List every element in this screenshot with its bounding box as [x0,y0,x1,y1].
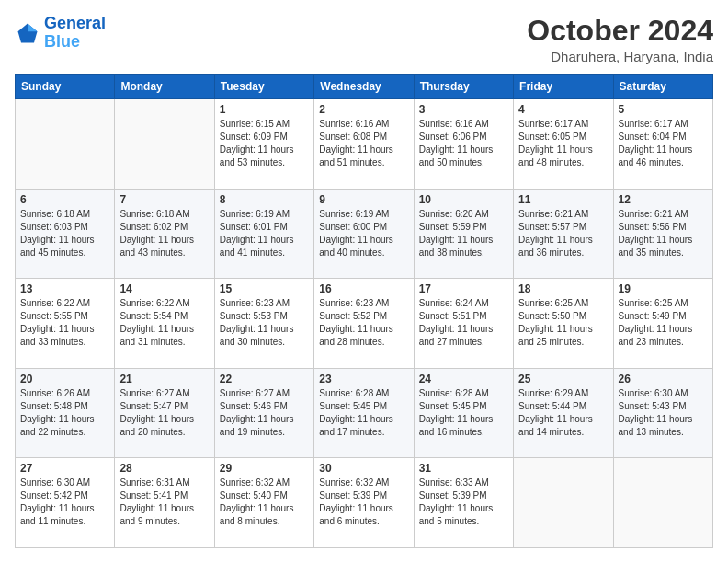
location: Dharuhera, Haryana, India [527,49,713,64]
cell-text: Sunrise: 6:21 AM Sunset: 5:56 PM Dayligh… [619,208,708,259]
day-number: 3 [419,103,508,116]
day-number: 29 [220,462,309,475]
table-cell: 17Sunrise: 6:24 AM Sunset: 5:51 PM Dayli… [414,279,513,369]
table-cell: 18Sunrise: 6:25 AM Sunset: 5:50 PM Dayli… [514,279,613,369]
header-thursday: Thursday [414,75,513,99]
day-number: 11 [518,193,608,206]
calendar-header-row: Sunday Monday Tuesday Wednesday Thursday… [16,75,713,99]
table-cell: 19Sunrise: 6:25 AM Sunset: 5:49 PM Dayli… [613,279,712,369]
day-number: 31 [419,462,508,475]
header-saturday: Saturday [613,75,712,99]
table-cell: 21Sunrise: 6:27 AM Sunset: 5:47 PM Dayli… [115,368,214,458]
table-cell [115,99,214,190]
day-number: 2 [319,103,408,116]
cell-text: Sunrise: 6:15 AM Sunset: 6:09 PM Dayligh… [220,118,309,169]
day-number: 27 [20,462,109,475]
cell-text: Sunrise: 6:16 AM Sunset: 6:06 PM Dayligh… [419,118,508,169]
day-number: 24 [419,373,508,385]
day-number: 4 [518,103,608,116]
table-cell: 7Sunrise: 6:18 AM Sunset: 6:02 PM Daylig… [115,189,214,279]
table-cell: 20Sunrise: 6:26 AM Sunset: 5:48 PM Dayli… [16,368,115,458]
month-title: October 2024 [527,15,713,47]
cell-text: Sunrise: 6:22 AM Sunset: 5:55 PM Dayligh… [20,297,109,349]
cell-text: Sunrise: 6:17 AM Sunset: 6:04 PM Dayligh… [619,118,708,169]
week-row-4: 27Sunrise: 6:30 AM Sunset: 5:42 PM Dayli… [16,458,713,548]
cell-text: Sunrise: 6:26 AM Sunset: 5:48 PM Dayligh… [20,387,109,439]
table-cell: 16Sunrise: 6:23 AM Sunset: 5:52 PM Dayli… [314,279,414,369]
cell-text: Sunrise: 6:28 AM Sunset: 5:45 PM Dayligh… [419,387,508,439]
table-cell: 1Sunrise: 6:15 AM Sunset: 6:09 PM Daylig… [214,99,313,190]
day-number: 22 [220,373,309,385]
day-number: 20 [20,373,109,385]
cell-text: Sunrise: 6:18 AM Sunset: 6:03 PM Dayligh… [20,208,109,259]
week-row-0: 1Sunrise: 6:15 AM Sunset: 6:09 PM Daylig… [16,99,713,190]
day-number: 15 [220,282,309,295]
table-cell: 31Sunrise: 6:33 AM Sunset: 5:39 PM Dayli… [414,458,513,548]
page: General Blue October 2024 Dharuhera, Har… [0,0,728,563]
table-cell: 25Sunrise: 6:29 AM Sunset: 5:44 PM Dayli… [514,368,613,458]
cell-text: Sunrise: 6:25 AM Sunset: 5:50 PM Dayligh… [518,297,608,349]
table-cell: 14Sunrise: 6:22 AM Sunset: 5:54 PM Dayli… [115,279,214,369]
cell-text: Sunrise: 6:20 AM Sunset: 5:59 PM Dayligh… [419,208,508,259]
day-number: 23 [319,373,408,385]
week-row-2: 13Sunrise: 6:22 AM Sunset: 5:55 PM Dayli… [16,279,713,369]
header-monday: Monday [115,75,214,99]
cell-text: Sunrise: 6:18 AM Sunset: 6:02 PM Dayligh… [119,208,209,259]
cell-text: Sunrise: 6:30 AM Sunset: 5:42 PM Dayligh… [20,477,109,528]
table-cell: 13Sunrise: 6:22 AM Sunset: 5:55 PM Dayli… [16,279,115,369]
table-cell: 12Sunrise: 6:21 AM Sunset: 5:56 PM Dayli… [613,189,712,279]
table-cell: 28Sunrise: 6:31 AM Sunset: 5:41 PM Dayli… [115,458,214,548]
cell-text: Sunrise: 6:33 AM Sunset: 5:39 PM Dayligh… [419,477,508,528]
svg-marker-1 [28,23,38,31]
calendar: Sunday Monday Tuesday Wednesday Thursday… [15,74,713,548]
table-cell: 5Sunrise: 6:17 AM Sunset: 6:04 PM Daylig… [613,99,712,190]
day-number: 12 [619,193,708,206]
header-tuesday: Tuesday [214,75,313,99]
day-number: 13 [20,282,109,295]
table-cell: 4Sunrise: 6:17 AM Sunset: 6:05 PM Daylig… [514,99,613,190]
title-block: October 2024 Dharuhera, Haryana, India [527,15,713,64]
day-number: 5 [619,103,708,116]
table-cell: 27Sunrise: 6:30 AM Sunset: 5:42 PM Dayli… [16,458,115,548]
cell-text: Sunrise: 6:32 AM Sunset: 5:39 PM Dayligh… [319,477,408,528]
day-number: 28 [119,462,209,475]
table-cell [613,458,712,548]
table-cell: 3Sunrise: 6:16 AM Sunset: 6:06 PM Daylig… [414,99,513,190]
cell-text: Sunrise: 6:17 AM Sunset: 6:05 PM Dayligh… [518,118,608,169]
table-cell: 8Sunrise: 6:19 AM Sunset: 6:01 PM Daylig… [214,189,313,279]
header-sunday: Sunday [16,75,115,99]
day-number: 9 [319,193,408,206]
table-cell: 10Sunrise: 6:20 AM Sunset: 5:59 PM Dayli… [414,189,513,279]
day-number: 14 [119,282,209,295]
cell-text: Sunrise: 6:30 AM Sunset: 5:43 PM Dayligh… [619,387,708,439]
cell-text: Sunrise: 6:32 AM Sunset: 5:40 PM Dayligh… [220,477,309,528]
cell-text: Sunrise: 6:23 AM Sunset: 5:52 PM Dayligh… [319,297,408,349]
day-number: 30 [319,462,408,475]
table-cell: 24Sunrise: 6:28 AM Sunset: 5:45 PM Dayli… [414,368,513,458]
cell-text: Sunrise: 6:19 AM Sunset: 6:00 PM Dayligh… [319,208,408,259]
day-number: 21 [119,373,209,385]
logo: General Blue [15,15,106,52]
day-number: 17 [419,282,508,295]
week-row-1: 6Sunrise: 6:18 AM Sunset: 6:03 PM Daylig… [16,189,713,279]
day-number: 16 [319,282,408,295]
cell-text: Sunrise: 6:22 AM Sunset: 5:54 PM Dayligh… [119,297,209,349]
cell-text: Sunrise: 6:16 AM Sunset: 6:08 PM Dayligh… [319,118,408,169]
header: General Blue October 2024 Dharuhera, Har… [15,15,713,64]
day-number: 1 [220,103,309,116]
table-cell: 15Sunrise: 6:23 AM Sunset: 5:53 PM Dayli… [214,279,313,369]
table-cell: 22Sunrise: 6:27 AM Sunset: 5:46 PM Dayli… [214,368,313,458]
table-cell: 30Sunrise: 6:32 AM Sunset: 5:39 PM Dayli… [314,458,414,548]
table-cell: 11Sunrise: 6:21 AM Sunset: 5:57 PM Dayli… [514,189,613,279]
cell-text: Sunrise: 6:27 AM Sunset: 5:46 PM Dayligh… [220,387,309,439]
table-cell: 6Sunrise: 6:18 AM Sunset: 6:03 PM Daylig… [16,189,115,279]
table-cell: 9Sunrise: 6:19 AM Sunset: 6:00 PM Daylig… [314,189,414,279]
logo-text: General Blue [44,15,106,52]
day-number: 19 [619,282,708,295]
cell-text: Sunrise: 6:31 AM Sunset: 5:41 PM Dayligh… [119,477,209,528]
day-number: 18 [518,282,608,295]
table-cell [514,458,613,548]
table-cell [16,99,115,190]
week-row-3: 20Sunrise: 6:26 AM Sunset: 5:48 PM Dayli… [16,368,713,458]
cell-text: Sunrise: 6:24 AM Sunset: 5:51 PM Dayligh… [419,297,508,349]
